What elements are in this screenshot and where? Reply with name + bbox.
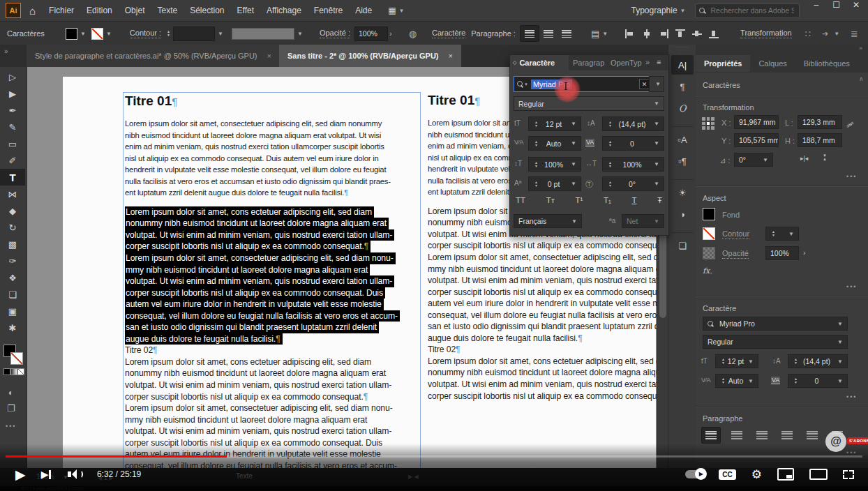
opacity-link[interactable]: Opacité xyxy=(722,249,749,259)
chevron-down-icon[interactable]: ▼ xyxy=(218,31,223,37)
character-panel-link[interactable]: Caractère xyxy=(432,29,465,38)
opacity-field[interactable]: 100% xyxy=(354,27,388,41)
chevron-down-icon[interactable]: ▼ xyxy=(297,31,303,37)
search-input[interactable] xyxy=(709,6,795,15)
next-button[interactable]: ▶ xyxy=(41,469,51,480)
subscript-toggle[interactable]: T₁ xyxy=(604,196,611,204)
baseline-shift-field[interactable]: ▲▼0 pt▼ xyxy=(528,176,581,191)
link-dimensions-icon[interactable]: ∦ xyxy=(846,121,855,129)
font-style-select[interactable]: Regular▼ xyxy=(514,96,664,111)
document-setup-icon[interactable]: ◍ xyxy=(409,29,417,39)
panel-overflow-icon[interactable]: » xyxy=(645,58,650,66)
gradient-button[interactable] xyxy=(10,368,17,375)
chevron-down-icon[interactable]: ▼ xyxy=(834,31,839,37)
selection-tool[interactable]: ▷ xyxy=(0,68,25,85)
align-center-button[interactable] xyxy=(728,428,746,443)
captions-button[interactable]: CC xyxy=(719,469,735,480)
selected-text-block[interactable]: Lorem ipsum dolor sit amet, cons ectetue… xyxy=(125,206,420,345)
align-objects-middle-icon[interactable] xyxy=(692,29,702,38)
stroke-width-field[interactable] xyxy=(173,27,215,41)
paragraph-styles-panel-icon[interactable]: ▫¶ xyxy=(671,151,694,171)
pen-tool[interactable]: ✒ xyxy=(0,102,25,119)
tab-proprietes[interactable]: Propriétés xyxy=(696,55,750,72)
curvature-tool[interactable]: ✎ xyxy=(0,119,25,135)
artboard-tool[interactable]: ▣ xyxy=(0,303,25,319)
height-field[interactable]: 188,7 mm xyxy=(798,133,842,147)
stroke-link[interactable]: Contour : xyxy=(130,29,161,38)
reference-point-grid[interactable] xyxy=(702,117,714,130)
language-select[interactable]: Français▼ xyxy=(514,214,582,228)
home-icon[interactable]: ⌂ xyxy=(29,5,36,17)
horizontal-scale-field[interactable]: ▲▼100%▼ xyxy=(602,157,664,172)
flip-horizontal-icon[interactable]: ▸|◂ xyxy=(800,155,808,162)
align-right-button[interactable] xyxy=(753,428,771,443)
fullscreen-button[interactable] xyxy=(843,470,854,479)
document-tab-active[interactable]: Sans titre - 2* @ 100% (RVB/Aperçu GPU)× xyxy=(279,45,461,67)
grid-dots-icon[interactable]: ∷ xyxy=(805,29,811,39)
progress-bar-played[interactable] xyxy=(6,455,227,458)
menu-item[interactable]: Effet xyxy=(231,6,260,15)
text-frame-selected[interactable]: Titre 01¶ Lorem ipsum dolor sit amet, co… xyxy=(123,92,421,468)
hand-tool[interactable]: ✱ xyxy=(0,319,25,336)
menu-item[interactable]: Objet xyxy=(119,6,151,15)
none-button[interactable] xyxy=(17,368,24,375)
document-tab-inactive[interactable]: Style de paragraphe et caractères.ai* @ … xyxy=(27,45,280,67)
opacity-link[interactable]: Opacité : xyxy=(320,29,350,38)
doc-arrange-icon[interactable]: ▤ xyxy=(591,29,599,39)
flip-vertical-icon[interactable]: ▼▲ xyxy=(823,154,827,161)
direct-selection-tool[interactable]: ▶ xyxy=(0,85,25,102)
align-left-button[interactable] xyxy=(701,427,721,444)
font-size-field[interactable]: ▲▼12 pt▼ xyxy=(715,354,758,368)
variable-width-dropdown[interactable] xyxy=(232,28,294,40)
scrollbar-thumb[interactable] xyxy=(659,227,666,318)
app-logo[interactable]: Ai xyxy=(6,3,21,18)
character-rotation-field[interactable]: ▲▼0°▼ xyxy=(602,176,664,191)
align-objects-center-icon[interactable] xyxy=(642,29,652,38)
drawing-mode-icon[interactable]: ◐ xyxy=(8,388,13,398)
stroke-link[interactable]: Contour xyxy=(722,229,749,239)
paragraph-panel-icon[interactable]: ¶ xyxy=(671,77,694,96)
share-icon[interactable]: ➔ xyxy=(822,29,828,38)
character-styles-panel-icon[interactable]: ▫A xyxy=(671,126,694,149)
fill-swatch[interactable] xyxy=(703,208,715,220)
font-search-field[interactable]: ▼ Myriad Pro ✕ xyxy=(514,76,653,92)
aspect-more-button[interactable]: ••• xyxy=(846,283,857,290)
font-style-select[interactable]: Regular▼ xyxy=(703,335,848,349)
stroke-color-swatch[interactable] xyxy=(10,352,23,365)
autoplay-toggle[interactable]: ▶ xyxy=(685,470,706,478)
tab-calques[interactable]: Calques xyxy=(750,55,795,72)
tracking-field[interactable]: ▲▼0▼ xyxy=(602,136,664,151)
maximize-button[interactable]: ☐ xyxy=(825,0,847,10)
close-button[interactable]: ✕ xyxy=(847,0,865,10)
font-dropdown-button[interactable]: ▼ xyxy=(649,76,664,92)
tab-paragraphe[interactable]: Paragrap xyxy=(573,59,609,67)
anti-alias-select[interactable]: Net▼ xyxy=(622,214,664,228)
opacity-expand-button[interactable]: › xyxy=(803,248,806,257)
menu-item[interactable]: Aide xyxy=(349,6,378,15)
underline-toggle[interactable]: T xyxy=(631,196,636,204)
strikethrough-toggle[interactable]: Ŧ xyxy=(657,196,662,204)
minimize-button[interactable]: – xyxy=(807,0,825,10)
settings-gear-icon[interactable]: ⚙ xyxy=(751,467,762,482)
eraser-tool[interactable]: ◆ xyxy=(0,202,25,219)
close-tab-icon[interactable]: × xyxy=(267,52,271,60)
eyedropper-tool[interactable]: ✑ xyxy=(0,252,25,269)
transparency-panel-icon[interactable]: ◑ xyxy=(671,204,694,224)
justify-center-button[interactable] xyxy=(803,428,821,443)
panel-menu-icon[interactable]: ≡ xyxy=(657,58,661,66)
tab-caractere[interactable]: ◇Caractère xyxy=(510,55,569,70)
symbols-tool[interactable]: ❏ xyxy=(0,286,25,303)
character-panel-icon[interactable]: A| xyxy=(671,55,694,75)
blend-tool[interactable]: ❖ xyxy=(0,269,25,286)
rotate-tool[interactable]: ↻ xyxy=(0,219,25,236)
tab-opentype[interactable]: OpenTyp xyxy=(611,59,643,67)
leading-field[interactable]: ▲▼(14,4 pt)▼ xyxy=(602,116,664,131)
paintbrush-tool[interactable]: ✐ xyxy=(0,152,25,169)
artboards-panel-icon[interactable]: ❏ xyxy=(671,232,694,255)
color-button[interactable] xyxy=(3,368,10,375)
font-size-field[interactable]: ▲▼12 pt▼ xyxy=(528,116,581,131)
stroke-width-field[interactable]: ▲▼▼ xyxy=(765,227,799,241)
menu-item[interactable]: Texte xyxy=(151,6,184,15)
more-tools-button[interactable]: ••• xyxy=(6,423,16,430)
align-center-button[interactable] xyxy=(539,26,558,41)
